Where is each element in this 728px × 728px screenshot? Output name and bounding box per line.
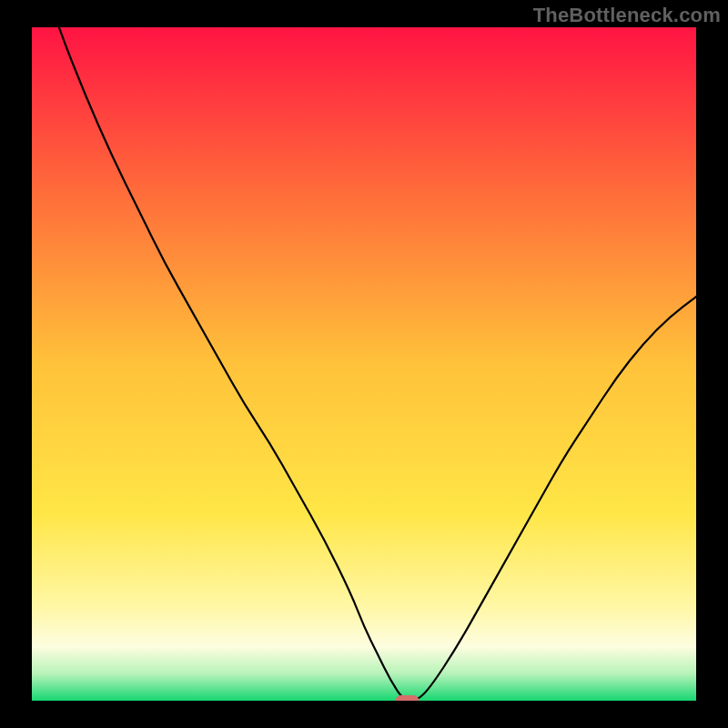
plot-background-gradient	[32, 27, 696, 701]
chart-frame: TheBottleneck.com	[0, 0, 728, 728]
watermark-text: TheBottleneck.com	[533, 4, 721, 27]
optimal-point-marker	[396, 695, 420, 706]
bottleneck-chart	[0, 0, 728, 728]
